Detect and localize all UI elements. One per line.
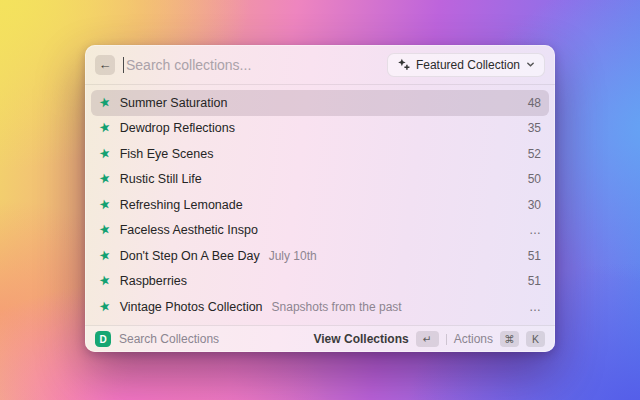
star-icon: ★ [98, 197, 112, 212]
app-label: Search Collections [119, 332, 219, 346]
star-icon: ★ [98, 248, 112, 263]
actions-button[interactable]: Actions [454, 332, 493, 346]
search-header: ← Search collections... Featured Collect… [85, 45, 555, 85]
collection-count: … [529, 223, 541, 237]
list-item[interactable]: ★ Faceless Aesthetic Inspo … [91, 218, 549, 244]
collection-count: 35 [528, 121, 541, 135]
collection-title: Summer Saturation [120, 96, 228, 110]
star-icon: ★ [98, 273, 112, 288]
back-arrow-icon: ← [99, 58, 112, 71]
list-item[interactable]: ★ Don't Step On A Bee Day July 10th 51 [91, 243, 549, 269]
star-icon: ★ [98, 146, 112, 161]
collection-title: Fish Eye Scenes [120, 147, 214, 161]
collection-title: Vintage Photos Collection [120, 300, 263, 314]
command-key-icon: ⌘ [500, 331, 519, 347]
collection-title: Faceless Aesthetic Inspo [120, 223, 258, 237]
back-button[interactable]: ← [95, 55, 115, 75]
collection-title: Rustic Still Life [120, 172, 202, 186]
collection-count: … [529, 300, 541, 314]
featured-collection-dropdown[interactable]: Featured Collection [387, 53, 545, 77]
view-collections-button[interactable]: View Collections [314, 332, 409, 346]
return-key-icon: ↵ [416, 331, 439, 347]
collection-count: 50 [528, 172, 541, 186]
search-collections-window: ← Search collections... Featured Collect… [85, 45, 555, 352]
list-item[interactable]: ★ Dewdrop Reflections 35 [91, 116, 549, 142]
collection-subtitle: July 10th [269, 249, 317, 263]
text-cursor [123, 57, 124, 73]
collection-title: Refreshing Lemonade [120, 198, 243, 212]
chevron-down-icon [526, 60, 535, 69]
featured-collection-label: Featured Collection [416, 58, 520, 72]
star-icon: ★ [98, 222, 112, 237]
list-item[interactable]: ★ Rustic Still Life 50 [91, 167, 549, 193]
footer-divider [446, 334, 447, 345]
list-item[interactable]: ★ Vintage Photos Collection Snapshots fr… [91, 294, 549, 320]
collection-count: 51 [528, 274, 541, 288]
star-icon: ★ [98, 299, 112, 314]
collection-title: Dewdrop Reflections [120, 121, 235, 135]
list-item[interactable]: ★ Summer Saturation 48 [91, 90, 549, 116]
list-item[interactable]: ★ Fish Eye Scenes 52 [91, 141, 549, 167]
status-bar: D Search Collections View Collections ↵ … [85, 325, 555, 352]
collections-list: ★ Summer Saturation 48 ★ Dewdrop Reflect… [85, 85, 555, 325]
list-item[interactable]: ★ Raspberries 51 [91, 269, 549, 295]
collection-subtitle: Snapshots from the past [272, 300, 402, 314]
sparkle-plus-icon [397, 58, 410, 71]
search-input[interactable]: Search collections... [126, 57, 251, 73]
collection-count: 51 [528, 249, 541, 263]
k-key-icon: K [526, 331, 545, 347]
footer-actions: View Collections ↵ Actions ⌘ K [314, 331, 546, 347]
star-icon: ★ [98, 95, 112, 110]
collection-count: 48 [528, 96, 541, 110]
collection-title: Raspberries [120, 274, 187, 288]
app-logo-icon: D [95, 331, 111, 347]
list-item[interactable]: ★ Refreshing Lemonade 30 [91, 192, 549, 218]
star-icon: ★ [98, 171, 112, 186]
collection-count: 52 [528, 147, 541, 161]
star-icon: ★ [98, 120, 112, 135]
collection-count: 30 [528, 198, 541, 212]
collection-title: Don't Step On A Bee Day [120, 249, 260, 263]
